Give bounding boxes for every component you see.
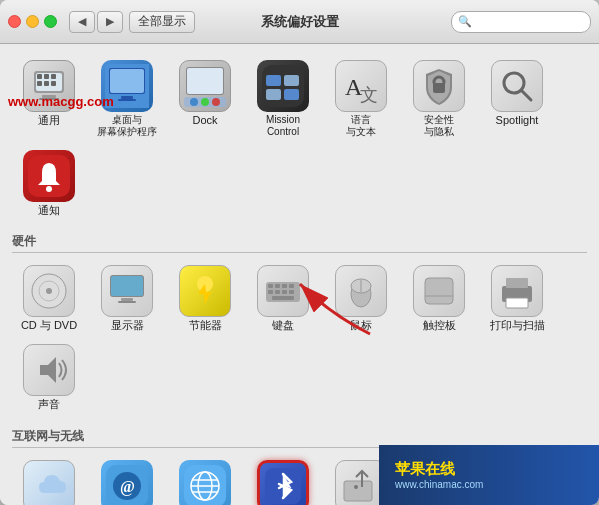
svg-rect-47	[289, 284, 294, 288]
security-label: 安全性 与隐私	[424, 114, 454, 138]
svg-rect-38	[111, 276, 143, 296]
ad-banner[interactable]: 苹果在线 www.chinamac.com	[379, 445, 599, 505]
svg-rect-5	[37, 81, 42, 86]
svg-rect-56	[425, 278, 453, 304]
search-icon: 🔍	[458, 15, 472, 28]
svg-point-19	[201, 98, 209, 106]
svg-rect-50	[282, 290, 287, 294]
lang-icon: A文	[335, 60, 387, 112]
mouse-icon	[335, 265, 387, 317]
trackpad-label: 触控板	[423, 319, 456, 332]
energy-icon	[179, 265, 231, 317]
icon-item-lang[interactable]: A文 语言 与文本	[324, 56, 398, 142]
svg-rect-3	[44, 74, 49, 79]
icon-item-spotlight[interactable]: Spotlight	[480, 56, 554, 142]
icon-item-sound[interactable]: 声音	[12, 340, 86, 415]
svg-rect-7	[51, 81, 56, 86]
icon-item-security[interactable]: 安全性 与隐私	[402, 56, 476, 142]
svg-rect-60	[506, 298, 528, 308]
desktop-icon	[101, 60, 153, 112]
svg-rect-40	[118, 301, 136, 303]
svg-point-36	[46, 288, 52, 294]
icon-item-print[interactable]: 打印与扫描	[480, 261, 554, 336]
security-icon	[413, 60, 465, 112]
mission-icon	[257, 60, 309, 112]
search-box[interactable]: 🔍	[451, 11, 591, 33]
icon-item-mission[interactable]: Mission Control	[246, 56, 320, 142]
lang-label: 语言 与文本	[346, 114, 376, 138]
svg-rect-72	[344, 481, 372, 501]
notify-icon	[23, 150, 75, 202]
mouse-label: 鼠标	[350, 319, 372, 332]
icon-item-bluetooth[interactable]: 蓝牙	[246, 456, 320, 505]
svg-rect-44	[268, 284, 273, 288]
mission-label: Mission Control	[266, 114, 300, 138]
titlebar: ◀ ▶ 全部显示 系统偏好设置 🔍	[0, 0, 599, 44]
icon-item-icloud[interactable]: iCloud	[12, 456, 86, 505]
desktop-label: 桌面与 屏幕保护程序	[97, 114, 157, 138]
svg-rect-24	[266, 89, 281, 100]
icon-item-network[interactable]: 网络	[168, 456, 242, 505]
minimize-button[interactable]	[26, 15, 39, 28]
icon-item-keyboard[interactable]: 键盘	[246, 261, 320, 336]
svg-rect-6	[44, 81, 49, 86]
svg-point-33	[46, 186, 52, 192]
personal-grid: 通用 桌面与 屏幕保护程序 Dock	[12, 52, 587, 225]
icon-item-general[interactable]: 通用	[12, 56, 86, 142]
cd-label: CD 与 DVD	[21, 319, 77, 332]
svg-rect-14	[118, 99, 136, 101]
svg-marker-61	[40, 357, 56, 383]
mail-icon: @	[101, 460, 153, 505]
content-area: www.macgg.com 通用 桌面与 屏幕保护程序	[0, 44, 599, 505]
dock-icon	[179, 60, 231, 112]
svg-rect-48	[268, 290, 273, 294]
icloud-icon	[23, 460, 75, 505]
icon-item-energy[interactable]: 节能器	[168, 261, 242, 336]
ad-text: 苹果在线 www.chinamac.com	[395, 460, 483, 490]
section-personal: 通用 桌面与 屏幕保护程序 Dock	[12, 52, 587, 225]
bluetooth-icon	[257, 460, 309, 505]
svg-rect-23	[284, 75, 299, 86]
spotlight-icon	[491, 60, 543, 112]
search-input[interactable]	[474, 15, 584, 29]
sound-label: 声音	[38, 398, 60, 411]
keyboard-label: 键盘	[272, 319, 294, 332]
back-button[interactable]: ◀	[69, 11, 95, 33]
general-icon	[23, 60, 75, 112]
svg-point-74	[354, 485, 358, 489]
sound-icon	[23, 344, 75, 396]
svg-rect-46	[282, 284, 287, 288]
maximize-button[interactable]	[44, 15, 57, 28]
icon-item-mouse[interactable]: 鼠标	[324, 261, 398, 336]
icon-item-dock[interactable]: Dock	[168, 56, 242, 142]
svg-rect-4	[51, 74, 56, 79]
traffic-lights	[8, 15, 57, 28]
all-display-button[interactable]: 全部显示	[129, 11, 195, 33]
icon-item-trackpad[interactable]: 触控板	[402, 261, 476, 336]
svg-text:文: 文	[360, 85, 378, 105]
icon-item-display[interactable]: 显示器	[90, 261, 164, 336]
forward-button[interactable]: ▶	[97, 11, 123, 33]
svg-rect-59	[506, 278, 528, 288]
svg-rect-16	[187, 68, 223, 94]
network-icon	[179, 460, 231, 505]
svg-text:@: @	[120, 478, 135, 496]
icon-item-mail[interactable]: @ 邮件、通讯录、 日历	[90, 456, 164, 505]
cd-icon	[23, 265, 75, 317]
svg-rect-25	[284, 89, 299, 100]
icon-item-cd[interactable]: CD 与 DVD	[12, 261, 86, 336]
energy-label: 节能器	[189, 319, 222, 332]
hardware-grid: CD 与 DVD 显示器 节能器	[12, 257, 587, 419]
keyboard-icon	[257, 265, 309, 317]
display-icon	[101, 265, 153, 317]
ad-url: www.chinamac.com	[395, 479, 483, 490]
svg-rect-45	[275, 284, 280, 288]
svg-point-18	[190, 98, 198, 106]
svg-rect-51	[289, 290, 294, 294]
icon-item-desktop[interactable]: 桌面与 屏幕保护程序	[90, 56, 164, 142]
spotlight-label: Spotlight	[496, 114, 539, 127]
close-button[interactable]	[8, 15, 21, 28]
svg-rect-12	[110, 69, 144, 93]
icon-item-notify[interactable]: 通知	[12, 146, 86, 221]
window-title: 系统偏好设置	[261, 13, 339, 31]
